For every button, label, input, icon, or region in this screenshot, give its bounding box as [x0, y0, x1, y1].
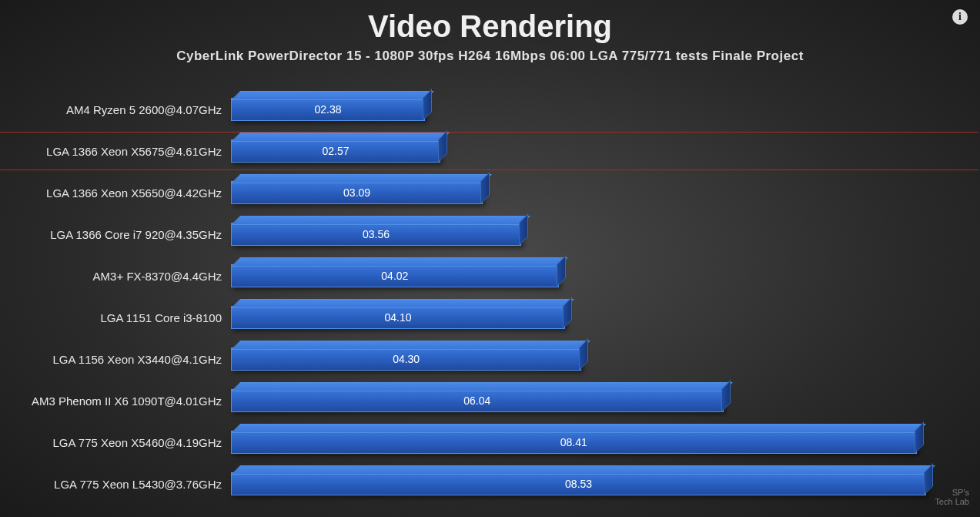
category-label: AM3+ FX-8370@4.4GHz [0, 270, 231, 283]
chart-row: LGA 1366 Xeon X5650@4.42GHz03.09 [0, 172, 965, 213]
category-label: AM3 Phenom II X6 1090T@4.01GHz [0, 394, 231, 408]
bar-value-label: 04.30 [393, 353, 420, 365]
chart-row: LGA 775 Xeon X5460@4.19GHz08.41 [0, 421, 965, 463]
bar-track: 08.53 [231, 472, 965, 495]
bar: 08.41 [231, 431, 917, 454]
bar-value-label: 04.10 [385, 311, 412, 324]
bar-value-label: 03.56 [363, 228, 390, 240]
category-label: LGA 1156 Xeon X3440@4.1GHz [0, 353, 231, 366]
bar-value-label: 02.38 [314, 103, 341, 116]
bar: 02.57 [231, 139, 440, 163]
chart-row: AM3 Phenom II X6 1090T@4.01GHz06.04 [0, 380, 965, 421]
category-label: LGA 1366 Xeon X5675@4.61GHz [0, 145, 231, 158]
category-label: AM4 Ryzen 5 2600@4.07GHz [0, 103, 231, 116]
bar-value-label: 06.04 [463, 394, 490, 407]
bar-track: 03.56 [231, 223, 965, 246]
bar-track: 04.10 [231, 306, 965, 329]
watermark-line1: SP's [935, 488, 969, 497]
bar-track: 03.09 [231, 181, 965, 204]
bar: 06.04 [231, 389, 724, 412]
bar: 04.02 [231, 264, 559, 287]
watermark-line2: Tech Lab [935, 497, 969, 506]
info-icon[interactable]: i [952, 9, 968, 25]
watermark: SP's Tech Lab [935, 488, 969, 506]
bar-track: 04.02 [231, 264, 965, 287]
chart-area: AM4 Ryzen 5 2600@4.07GHz02.38LGA 1366 Xe… [0, 89, 965, 509]
category-label: LGA 775 Xeon L5430@3.76GHz [0, 478, 231, 491]
chart-subtitle: CyberLink PowerDirector 15 - 1080P 30fps… [0, 49, 980, 64]
bar-value-label: 08.53 [565, 478, 592, 490]
bar-value-label: 04.02 [381, 270, 408, 282]
chart-row: LGA 1366 Core i7 920@4.35GHz03.56 [0, 213, 965, 255]
chart-row: LGA 1366 Xeon X5675@4.61GHz02.57 [0, 130, 965, 172]
bar-track: 02.57 [231, 139, 965, 163]
category-label: LGA 1366 Core i7 920@4.35GHz [0, 228, 231, 241]
category-label: LGA 1151 Core i3-8100 [0, 311, 231, 324]
bar: 04.30 [231, 347, 581, 371]
category-label: LGA 775 Xeon X5460@4.19GHz [0, 436, 231, 449]
chart-row: LGA 775 Xeon L5430@3.76GHz08.53 [0, 463, 965, 505]
bar-value-label: 02.57 [323, 145, 350, 157]
category-label: LGA 1366 Xeon X5650@4.42GHz [0, 186, 231, 200]
bar-track: 06.04 [231, 389, 965, 412]
bar: 08.53 [231, 472, 926, 495]
chart-row: AM3+ FX-8370@4.4GHz04.02 [0, 255, 965, 297]
chart-title: Video Rendering [0, 9, 980, 44]
bar-track: 08.41 [231, 431, 965, 454]
bar-value-label: 08.41 [560, 436, 587, 448]
bar: 03.09 [231, 181, 483, 204]
bar: 03.56 [231, 223, 521, 246]
bar-value-label: 03.09 [343, 186, 370, 199]
bar-track: 02.38 [231, 98, 965, 121]
chart-row: AM4 Ryzen 5 2600@4.07GHz02.38 [0, 89, 965, 130]
info-glyph: i [958, 11, 962, 23]
bar: 04.10 [231, 306, 565, 329]
bar-track: 04.30 [231, 347, 965, 371]
chart-row: LGA 1156 Xeon X3440@4.1GHz04.30 [0, 338, 965, 380]
chart-row: LGA 1151 Core i3-810004.10 [0, 297, 965, 338]
bar: 02.38 [231, 98, 425, 121]
